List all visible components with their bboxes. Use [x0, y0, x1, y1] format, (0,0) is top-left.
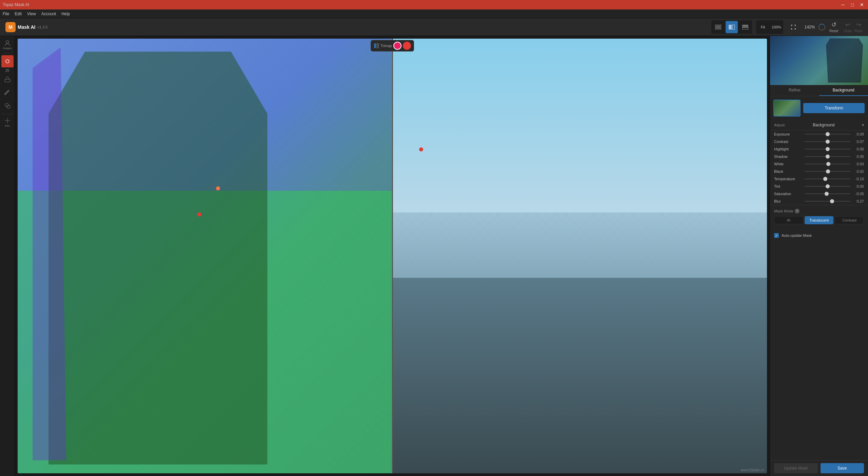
tint-slider-row: Tint 0.00	[770, 183, 868, 190]
highlight-thumb[interactable]	[826, 147, 830, 151]
redo-icon: ↪	[856, 21, 861, 28]
white-track[interactable]	[805, 164, 850, 164]
zoom-group: Fit 100%	[756, 20, 783, 34]
pan-tool[interactable]: Pan	[1, 116, 14, 128]
right-image: www.52pojie.cn	[393, 39, 767, 473]
saturation-thumb[interactable]	[825, 192, 829, 196]
white-value: 0.03	[853, 162, 864, 166]
reset-icon: ↺	[831, 21, 836, 28]
temperature-thumb[interactable]	[823, 177, 827, 181]
white-thumb[interactable]	[826, 162, 830, 166]
close-button[interactable]: ✕	[859, 2, 865, 7]
saturation-track[interactable]	[805, 193, 850, 194]
auto-update-checkbox[interactable]: ✓	[774, 233, 779, 238]
undo-button[interactable]: ↩ Undo	[844, 21, 852, 33]
shadow-value: 0.00	[853, 154, 864, 159]
trimap-marker-1	[216, 186, 220, 190]
exposure-thumb[interactable]	[826, 132, 830, 136]
trimap-pink-button[interactable]	[393, 42, 401, 50]
exposure-track[interactable]	[805, 134, 850, 134]
zoom-percent-label: 142%	[804, 25, 816, 29]
reset-button[interactable]: ↺ Reset	[829, 21, 838, 33]
mask-mode-translucent[interactable]: Translucent	[805, 216, 834, 224]
fit-button[interactable]: Fit	[757, 21, 769, 33]
paint-tool[interactable]	[1, 87, 14, 99]
black-thumb[interactable]	[826, 169, 830, 173]
brush-red-tool[interactable]	[1, 55, 14, 67]
tab-background[interactable]: Background	[819, 85, 868, 96]
bg-thumbnail[interactable]	[773, 100, 801, 117]
bg-thumbnail-row: Transform	[770, 96, 868, 120]
adjust-chevron-icon[interactable]: ▾	[862, 123, 864, 127]
undo-label: Undo	[844, 29, 852, 33]
mask-mode-buttons: AI Translucent Contrast	[774, 216, 864, 224]
exposure-slider-row: Exposure 0.09	[770, 130, 868, 138]
shadow-thumb[interactable]	[826, 154, 830, 159]
titlebar: Topaz Mask AI ─ □ ✕	[0, 0, 868, 9]
eraser-tool[interactable]	[1, 74, 14, 86]
menu-account[interactable]: Account	[41, 12, 56, 16]
bg-thumb-image	[774, 100, 800, 116]
view-split-button[interactable]	[726, 21, 738, 33]
app-version: v1.3.5	[37, 25, 47, 29]
blur-track[interactable]	[805, 201, 850, 202]
tint-thumb[interactable]	[826, 184, 830, 188]
menu-help[interactable]: Help	[61, 12, 70, 16]
logo-letter: M	[8, 24, 13, 30]
watermark: www.52pojie.cn	[741, 468, 764, 472]
sky-overlay	[393, 39, 767, 212]
menu-view[interactable]: View	[27, 12, 36, 16]
menu-file[interactable]: File	[3, 12, 9, 16]
view-compare-button[interactable]	[739, 21, 751, 33]
contrast-label: Contrast	[774, 140, 802, 144]
trimap-marker-2	[197, 212, 201, 216]
left-image	[18, 39, 392, 473]
maximize-button[interactable]: □	[849, 2, 856, 7]
view-mode-group	[711, 20, 752, 34]
highlight-label: Highlight	[774, 147, 802, 151]
tool-divider-1	[2, 53, 13, 53]
tab-refine[interactable]: Refine	[770, 85, 819, 96]
adjust-value: Background	[813, 123, 834, 127]
menu-edit[interactable]: Edit	[15, 12, 22, 16]
result-marker	[419, 147, 423, 151]
trimap-red-button[interactable]	[403, 42, 411, 50]
blur-label: Blur	[774, 199, 802, 203]
preview-person	[824, 38, 865, 83]
main-area: Subject 25	[0, 36, 868, 476]
redo-label: Redo	[854, 29, 863, 33]
fullscreen-button[interactable]	[787, 21, 800, 33]
mask-mode-ai[interactable]: AI	[774, 216, 803, 224]
subject-tool[interactable]: Subject	[1, 39, 14, 51]
svg-rect-13	[374, 43, 376, 48]
mask-mode-section: Mask Mode ? AI Translucent Contrast	[770, 205, 868, 231]
blur-slider-row: Blur 0.27	[770, 198, 868, 205]
svg-rect-14	[377, 43, 379, 48]
transform-button[interactable]: Transform	[803, 103, 865, 113]
update-mask-button[interactable]: Update Mask	[774, 463, 818, 473]
mask-mode-contrast[interactable]: Contrast	[835, 216, 864, 224]
contrast-thumb[interactable]	[826, 140, 830, 144]
temperature-slider-row: Temperature -0.10	[770, 175, 868, 183]
contrast-track[interactable]	[805, 141, 850, 142]
menubar: File Edit View Account Help	[0, 9, 868, 18]
clone-tool[interactable]	[1, 100, 14, 112]
highlight-track[interactable]	[805, 149, 850, 149]
minimize-button[interactable]: ─	[840, 2, 846, 7]
mask-mode-label: Mask Mode ?	[774, 209, 864, 213]
redo-button[interactable]: ↪ Redo	[854, 21, 863, 33]
zoom-100-button[interactable]: 100%	[770, 21, 783, 33]
blur-thumb[interactable]	[830, 199, 834, 203]
right-canvas[interactable]: www.52pojie.cn	[393, 39, 767, 473]
black-track[interactable]	[805, 171, 850, 172]
auto-update-row: ✓ Auto-update Mask	[770, 231, 868, 240]
view-original-button[interactable]	[712, 21, 724, 33]
shadow-track[interactable]	[805, 156, 850, 157]
temperature-track[interactable]	[805, 179, 850, 179]
save-button[interactable]: Save	[821, 463, 864, 473]
canvas-container: www.52pojie.cn	[18, 39, 767, 473]
svg-rect-1	[716, 25, 721, 29]
window-controls: ─ □ ✕	[840, 2, 865, 7]
tint-track[interactable]	[805, 186, 850, 187]
left-canvas[interactable]	[18, 39, 392, 473]
